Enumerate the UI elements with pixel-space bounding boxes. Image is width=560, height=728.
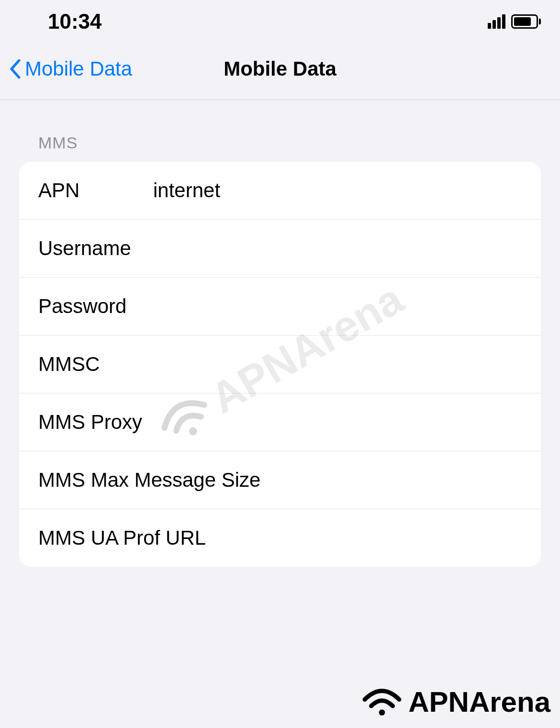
page-title: Mobile Data	[224, 57, 336, 80]
content: MMS APN Username Password MMSC MMS Proxy	[0, 100, 560, 567]
row-username[interactable]: Username	[19, 220, 541, 278]
settings-group-mms: APN Username Password MMSC MMS Proxy MMS…	[19, 162, 541, 567]
back-button[interactable]: Mobile Data	[10, 57, 132, 80]
status-bar: 10:34	[0, 0, 560, 43]
input-apn[interactable]	[153, 179, 522, 202]
label-apn: APN	[38, 179, 153, 202]
label-username: Username	[38, 237, 153, 260]
row-password[interactable]: Password	[19, 278, 541, 336]
svg-point-1	[379, 709, 385, 716]
label-mms-ua: MMS UA Prof URL	[38, 526, 206, 549]
navigation-bar: Mobile Data Mobile Data	[0, 43, 560, 100]
label-mmsc: MMSC	[38, 353, 153, 376]
wifi-icon	[360, 685, 403, 718]
status-time: 10:34	[48, 10, 102, 34]
row-apn[interactable]: APN	[19, 162, 541, 220]
label-mms-max: MMS Max Message Size	[38, 469, 260, 492]
input-mmsc[interactable]	[153, 353, 522, 376]
input-username[interactable]	[153, 237, 522, 260]
status-icons	[488, 14, 541, 29]
label-password: Password	[38, 295, 153, 318]
back-label: Mobile Data	[25, 57, 132, 80]
brand-text: APNArena	[408, 685, 550, 718]
brand-footer: APNArena	[360, 685, 550, 718]
label-mms-proxy: MMS Proxy	[38, 411, 153, 434]
row-mms-max[interactable]: MMS Max Message Size	[19, 451, 541, 509]
battery-icon	[511, 14, 541, 29]
chevron-left-icon	[10, 59, 21, 78]
input-mms-proxy[interactable]	[153, 411, 522, 434]
row-mms-proxy[interactable]: MMS Proxy	[19, 393, 541, 451]
cellular-signal-icon	[488, 14, 505, 29]
row-mms-ua[interactable]: MMS UA Prof URL	[19, 509, 541, 567]
input-password[interactable]	[153, 295, 522, 318]
row-mmsc[interactable]: MMSC	[19, 336, 541, 393]
section-header-mms: MMS	[19, 100, 541, 162]
